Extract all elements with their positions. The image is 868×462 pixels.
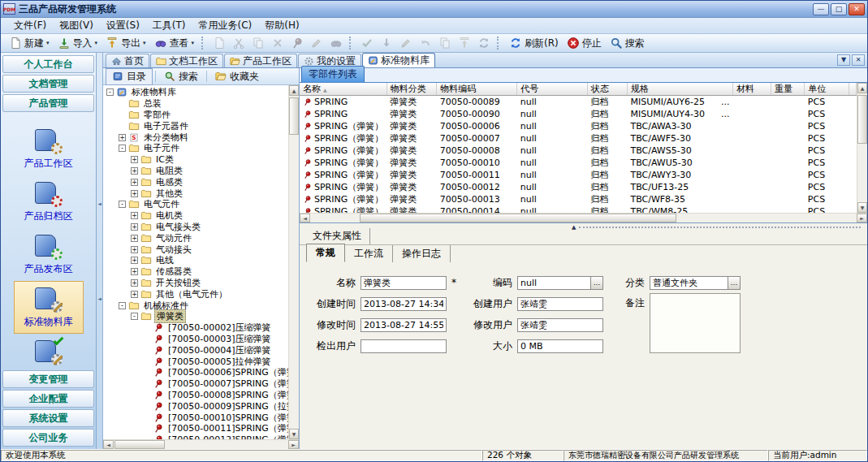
tree-expander-icon[interactable]: - [119, 145, 126, 152]
tree-expander-icon[interactable]: + [131, 246, 138, 253]
menu-item[interactable]: 设置(S) [100, 17, 146, 34]
collapse-left-icon[interactable]: ◄ [97, 296, 101, 301]
column-header[interactable]: 物料编码 [437, 83, 517, 96]
tree-node[interactable]: [70050-00005]拉伸弹簧 [103, 356, 288, 367]
import-button[interactable]: 导入▾ [54, 36, 102, 51]
scrollbar-thumb[interactable] [114, 440, 165, 449]
tree-node[interactable]: +IC类 [103, 154, 288, 166]
sidebar-item[interactable]: 产品工作区 [14, 123, 84, 175]
category-input[interactable] [650, 276, 728, 290]
tab-products[interactable]: 产品工作区 [224, 54, 297, 67]
modified-time-input[interactable] [361, 318, 447, 332]
column-header[interactable]: 单位 [805, 83, 849, 96]
category-browse-button[interactable]: … [728, 276, 741, 290]
tab-menu-button[interactable]: ▼ [837, 54, 850, 66]
favorites-button[interactable]: 收藏夹 [209, 69, 265, 84]
tree-node[interactable]: +电气接头类 [103, 222, 288, 233]
tree-node[interactable]: -机械标准件 [103, 300, 288, 311]
new-button[interactable]: 新建▾ [5, 36, 54, 51]
tree-node[interactable]: +气动接头 [103, 244, 288, 255]
tree-node[interactable]: 零部件 [103, 110, 288, 121]
checkout-by-input[interactable] [361, 339, 447, 353]
tree-node[interactable]: +传感器类 [103, 266, 288, 278]
table-row[interactable]: SPRING（弹簧）弹簧类70050-00010null归档TBC/AWU5-3… [300, 157, 857, 169]
view-button[interactable]: 查看▾ [150, 36, 199, 51]
tree-node[interactable]: 总装 [103, 98, 288, 110]
column-header[interactable]: 材料 [732, 83, 771, 96]
minimize-button[interactable]: — [813, 3, 829, 15]
tree-expander-icon[interactable]: + [131, 156, 138, 163]
tree-expander-icon[interactable]: - [106, 89, 114, 96]
tab-home[interactable]: 首页 [106, 54, 149, 67]
column-header[interactable]: 名称▲ [300, 83, 386, 96]
tab-close-button[interactable]: ✕ [852, 54, 865, 66]
tree-node[interactable]: +电线 [103, 255, 288, 266]
tree-node[interactable]: -弹簧类 [103, 311, 288, 322]
scrollbar-right-icon[interactable]: ► [857, 214, 867, 222]
name-input[interactable] [361, 276, 447, 290]
scrollbar-left-icon[interactable]: ◄ [103, 440, 114, 449]
created-time-input[interactable] [361, 297, 447, 311]
sidebar-item[interactable]: 物料申请 [14, 334, 84, 369]
modified-by-input[interactable] [517, 318, 603, 332]
refresh-button[interactable]: 刷新(R) [505, 36, 563, 51]
properties-collapse-bar[interactable]: ▲ [300, 223, 867, 231]
properties-tab-log[interactable]: 操作日志 [393, 245, 451, 262]
tree-node[interactable]: +开关按钮类 [103, 278, 288, 289]
tree-node[interactable]: [70050-00009]SPRING（拉簧） [103, 400, 288, 412]
menu-item[interactable]: 文件(F) [7, 17, 53, 34]
tree-search-button[interactable]: 搜索 [158, 69, 204, 84]
tree-expander-icon[interactable]: + [131, 268, 138, 275]
tree-node[interactable]: 电子元器件 [103, 120, 288, 132]
tree-expander-icon[interactable]: + [119, 134, 126, 141]
sidebar-section[interactable]: 系统设置 [2, 409, 94, 427]
tree-expander-icon[interactable]: - [119, 302, 126, 309]
sidebar-section[interactable]: 变更管理 [2, 370, 94, 388]
tree-expander-icon[interactable]: + [131, 179, 138, 186]
sidebar-section[interactable]: 个人工作台 [2, 55, 94, 73]
table-row[interactable]: SPRING（弹簧）弹簧类70050-00007null归档TBC/AWF5-3… [300, 132, 857, 145]
table-row[interactable]: SPRING（弹簧）弹簧类70050-00012null归档TBC/UF13-2… [300, 181, 857, 193]
tree-expander-icon[interactable]: + [131, 279, 138, 287]
scrollbar-up-icon[interactable]: ▲ [857, 83, 867, 93]
scrollbar-left-icon[interactable]: ◄ [300, 214, 310, 222]
tree-expander-icon[interactable]: + [131, 167, 138, 175]
sidebar-item[interactable]: 产品发布区 [14, 228, 84, 281]
tree-node[interactable]: -标准物料库 [103, 87, 288, 98]
sidebar-section[interactable]: 文档管理 [2, 75, 94, 93]
tree-node[interactable]: [70050-00011]SPRING（弹簧） [103, 423, 288, 434]
catalog-button[interactable]: 目录 [106, 68, 153, 85]
tree-node[interactable]: -电子元件 [103, 143, 288, 154]
tree-horizontal-scrollbar[interactable]: ◄ ► [103, 439, 299, 449]
column-header[interactable]: 重量 [771, 83, 804, 96]
tree-node[interactable]: +电阻类 [103, 166, 288, 177]
table-vertical-scrollbar[interactable]: ▲ ▼ [857, 83, 867, 213]
parts-list-tab[interactable]: 零部件列表 [301, 66, 365, 82]
menu-item[interactable]: 常用业务(C) [192, 17, 259, 34]
properties-tab-workflow[interactable]: 工作流 [345, 245, 393, 262]
tree-vertical-scrollbar[interactable]: ▲ ▼ [288, 85, 299, 439]
tree-node[interactable]: [70050-00002]压缩弹簧 [103, 322, 288, 334]
tree-node[interactable]: [70050-00007]SPRING（弹簧） [103, 378, 288, 390]
tree-expander-icon[interactable]: + [131, 291, 138, 298]
scrollbar-thumb[interactable] [360, 214, 676, 222]
tree-node[interactable]: [70050-00006]SPRING（弹簧） [103, 367, 288, 378]
menu-item[interactable]: 视图(V) [53, 17, 100, 34]
properties-tab-general[interactable]: 常规 [306, 244, 345, 262]
code-browse-button[interactable]: … [591, 276, 603, 290]
tree-expander-icon[interactable]: + [131, 235, 138, 242]
created-by-input[interactable] [517, 297, 603, 311]
scrollbar-down-icon[interactable]: ▼ [857, 202, 867, 213]
column-header[interactable]: 物料分类 [386, 83, 437, 96]
table-row[interactable]: SPRING（弹簧）弹簧类70050-00011null归档TBC/AWY3-3… [300, 169, 857, 181]
tree-expander-icon[interactable]: + [131, 257, 138, 264]
search-button[interactable]: 搜索 [606, 36, 649, 51]
scrollbar-down-icon[interactable]: ▼ [289, 429, 299, 439]
tab-documents[interactable]: 文档工作区 [150, 54, 223, 67]
scrollbar-thumb[interactable] [857, 95, 867, 144]
scrollbar-thumb[interactable] [289, 97, 299, 135]
sidebar-item[interactable]: 产品归档区 [14, 175, 84, 228]
tree-expander-icon[interactable]: - [131, 313, 138, 320]
table-row[interactable]: SPRING（弹簧）弹簧类70050-00013null归档TBC/WF8-35… [300, 193, 857, 205]
sidebar-section[interactable]: 公司业务 [2, 429, 94, 447]
